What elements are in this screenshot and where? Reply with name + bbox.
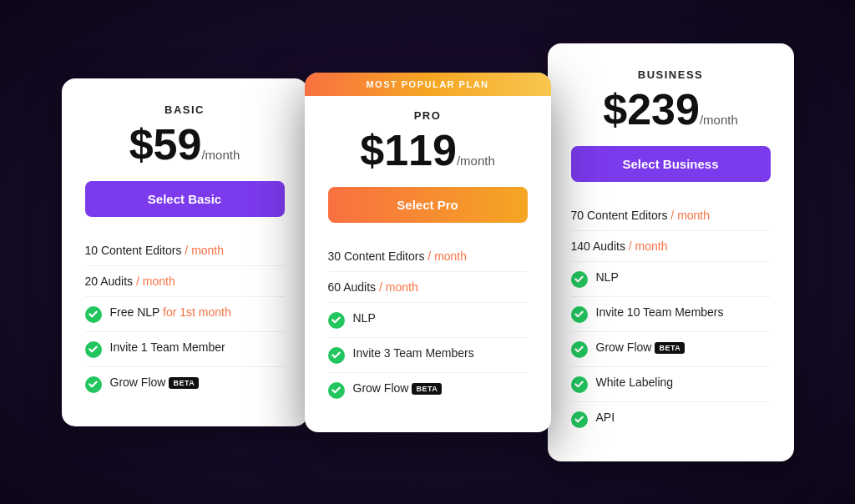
plan-name-business: BUSINESS: [571, 68, 771, 81]
beta-badge: BETA: [655, 342, 685, 354]
feature-muted: / month: [136, 275, 175, 288]
feature-text: 10 Content Editors / month: [85, 244, 285, 257]
select-pro-button[interactable]: Select Pro: [328, 187, 528, 223]
feature-muted: / month: [629, 239, 668, 253]
check-icon: [328, 347, 345, 364]
feature-item: Invite 1 Team Member: [85, 332, 285, 367]
feature-item: Free NLP for 1st month: [85, 297, 285, 332]
feature-muted: for 1st month: [163, 305, 231, 319]
feature-text: NLP: [353, 311, 528, 325]
feature-muted: / month: [379, 280, 418, 294]
feature-muted: / month: [670, 209, 710, 222]
feature-text: Invite 1 Team Member: [110, 340, 285, 354]
feature-item: 10 Content Editors / month: [85, 235, 285, 266]
feature-text: Grow FlowBETA: [110, 375, 285, 389]
check-icon: [328, 382, 345, 399]
check-icon: [571, 411, 588, 428]
feature-text: Free NLP for 1st month: [110, 305, 285, 319]
beta-badge: BETA: [412, 383, 442, 395]
feature-item: 60 Audits / month: [328, 272, 528, 303]
check-icon: [328, 312, 345, 329]
feature-text: 140 Audits / month: [571, 239, 771, 253]
feature-item: NLP: [571, 262, 771, 297]
select-basic-button[interactable]: Select Basic: [85, 181, 285, 217]
feature-item: 30 Content Editors / month: [328, 241, 528, 272]
plan-period-basic: /month: [201, 148, 240, 162]
feature-text: API: [596, 411, 771, 424]
plan-card-basic: BASIC $59/month Select Basic10 Content E…: [62, 78, 308, 426]
feature-text: NLP: [596, 270, 771, 284]
plan-name-basic: BASIC: [85, 103, 285, 116]
plan-card-business: BUSINESS $239/month Select Business70 Co…: [548, 43, 794, 461]
plan-price-pro: $119/month: [328, 129, 528, 172]
plan-amount-basic: $59: [129, 120, 202, 169]
feature-item: Grow FlowBETA: [571, 332, 771, 367]
plan-period-business: /month: [700, 113, 738, 127]
feature-item: White Labeling: [571, 367, 771, 402]
features-list-basic: 10 Content Editors / month20 Audits / mo…: [85, 235, 285, 401]
feature-text: Invite 3 Team Members: [353, 346, 528, 360]
feature-item: API: [571, 402, 771, 436]
check-icon: [571, 341, 588, 358]
check-icon: [85, 341, 102, 358]
plan-price-business: $239/month: [571, 88, 771, 131]
plan-price-basic: $59/month: [85, 123, 285, 166]
feature-text: 30 Content Editors / month: [328, 249, 528, 263]
feature-item: NLP: [328, 303, 528, 338]
feature-item: Invite 3 Team Members: [328, 338, 528, 373]
feature-text: 70 Content Editors / month: [571, 209, 771, 222]
plan-card-pro: MOST POPULAR PLANPRO $119/month Select P…: [305, 73, 551, 432]
most-popular-badge: MOST POPULAR PLAN: [305, 73, 551, 96]
check-icon: [571, 306, 588, 323]
feature-item: Grow FlowBETA: [85, 367, 285, 401]
check-icon: [571, 271, 588, 288]
feature-text: Grow FlowBETA: [596, 340, 771, 354]
feature-muted: / month: [185, 244, 224, 257]
check-icon: [85, 376, 102, 393]
feature-item: 20 Audits / month: [85, 266, 285, 297]
plan-name-pro: PRO: [328, 109, 528, 122]
features-list-pro: 30 Content Editors / month60 Audits / mo…: [328, 241, 528, 407]
pricing-container: BASIC $59/month Select Basic10 Content E…: [0, 27, 855, 478]
plan-amount-pro: $119: [360, 126, 457, 174]
check-icon: [85, 306, 102, 323]
feature-text: White Labeling: [596, 375, 771, 389]
plan-period-pro: /month: [457, 154, 495, 168]
feature-text: 60 Audits / month: [328, 280, 528, 294]
plan-amount-business: $239: [603, 85, 700, 134]
beta-badge: BETA: [169, 377, 199, 389]
feature-item: Grow FlowBETA: [328, 373, 528, 407]
feature-text: 20 Audits / month: [85, 275, 285, 288]
select-business-button[interactable]: Select Business: [571, 146, 771, 182]
feature-text: Invite 10 Team Members: [596, 305, 771, 319]
features-list-business: 70 Content Editors / month140 Audits / m…: [571, 200, 771, 436]
feature-item: 70 Content Editors / month: [571, 200, 771, 231]
check-icon: [571, 376, 588, 393]
feature-muted: / month: [428, 249, 467, 263]
feature-item: Invite 10 Team Members: [571, 297, 771, 332]
feature-item: 140 Audits / month: [571, 231, 771, 262]
feature-text: Grow FlowBETA: [353, 381, 528, 395]
